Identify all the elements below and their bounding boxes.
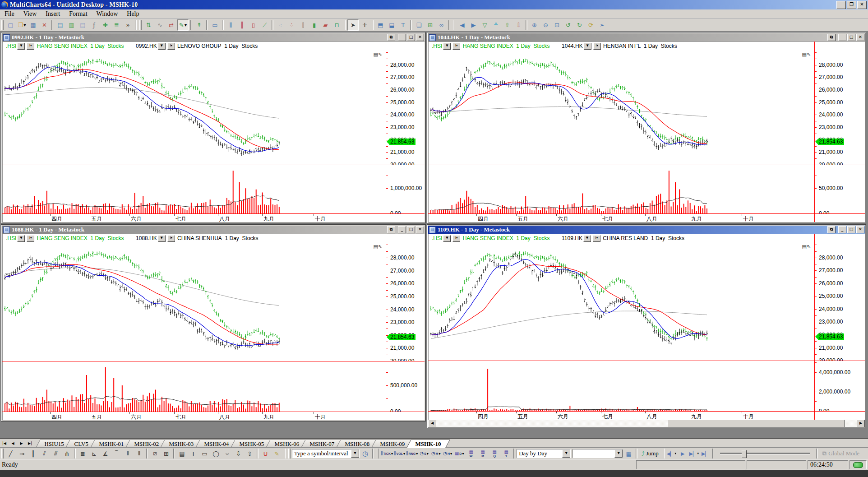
close-window-button[interactable]: ✕ [416, 34, 424, 41]
reset-chart-button[interactable]: ⟳ [586, 20, 596, 30]
chart-client-area[interactable]: .HSI▼I▾ HANG SENG INDEX 1 Day Stocks 104… [428, 42, 865, 222]
stock-series-symbol-dropdown[interactable]: ▼ [158, 43, 166, 50]
volume-pane-chart[interactable] [2, 362, 386, 412]
expand-bars-up-button[interactable]: ⇧ [502, 20, 512, 30]
style-line-button[interactable]: ⟋ [259, 20, 270, 30]
style-histogram-button[interactable]: ⫿ [298, 20, 308, 30]
insert-symbol-button[interactable]: ⇅ [143, 20, 154, 30]
insert-chart-window-button[interactable]: ▤ [55, 20, 65, 30]
jump-button[interactable]: ⤴Jump [639, 449, 661, 459]
scrollbar-track[interactable] [436, 420, 857, 427]
index-series-symbol-dropdown[interactable]: ▼ [443, 43, 451, 50]
playback-speed-slider[interactable] [720, 453, 810, 454]
resolution-hours-button[interactable]: ◔H▾ [442, 449, 453, 458]
chart-window-titlebar[interactable]: ▤1044.HK - 1 Day - Metastock⧉_□✕ [428, 33, 865, 42]
draw-gann-fan-button[interactable]: ∡ [100, 449, 111, 459]
price-pane-chart[interactable] [2, 243, 386, 361]
draw-hatch-button[interactable]: ⧄ [150, 449, 160, 459]
menu-format[interactable]: Format [65, 10, 92, 18]
draw-extended-line-button[interactable]: ⊸ [17, 449, 27, 459]
minimize-window-button[interactable]: _ [838, 34, 846, 41]
pointer-mode-button[interactable]: ➢ [597, 20, 607, 30]
draw-ellipse-button[interactable]: ◯ [211, 449, 221, 459]
symbol-interval-combobox[interactable]: Type a symbol/interval▼ [292, 449, 360, 458]
maximize-window-button[interactable]: □ [847, 226, 855, 233]
scrollbar-left-arrow[interactable]: ◀ [428, 420, 436, 427]
style-heikin-ashi-button[interactable]: ▰ [320, 20, 331, 30]
save-desktop-button[interactable]: ▦ [28, 20, 38, 30]
first-tab-button[interactable]: |◀ [0, 440, 8, 447]
cascade-windows-button[interactable]: ❏ [414, 20, 424, 30]
open-desktop-button[interactable]: ❐▼ [17, 20, 27, 30]
volume-pane-chart[interactable] [2, 166, 386, 213]
last-tab-button[interactable]: ▶| [26, 440, 34, 447]
insert-text-label-button[interactable]: T [398, 20, 408, 30]
menu-view[interactable]: View [19, 10, 41, 18]
style-equivolume-button[interactable]: ▮ [309, 20, 319, 30]
insert-study-button[interactable]: ✚ [100, 20, 111, 30]
drawing-tool-button[interactable]: ✎▼ [177, 19, 189, 31]
chart-client-area[interactable]: .HSI▼I▾ HANG SENG INDEX 1 Day Stocks 110… [428, 234, 865, 427]
data-window-icon[interactable]: ▤⇖ [372, 51, 382, 57]
maximize-window-button[interactable]: □ [407, 226, 415, 233]
price-pane-chart[interactable] [428, 243, 814, 361]
zoom-box-button[interactable]: ⊡ [552, 20, 562, 30]
draw-parallel-lines-button[interactable]: ⫽ [39, 449, 50, 459]
draw-channel-button[interactable]: ⫻ [51, 449, 61, 459]
draw-pitchfork-button[interactable]: ⋔ [62, 449, 72, 459]
workspace-tab-mshk-10[interactable]: MSHK-10 [406, 440, 450, 448]
date-axis[interactable]: 四月五月六月七月八月九月十月 [2, 214, 386, 222]
playback-speed-select[interactable]: ▼ [573, 449, 623, 458]
combobox-dropdown-icon[interactable]: ▼ [562, 449, 570, 458]
magnet-mode-button[interactable]: U [260, 449, 271, 459]
chart-client-area[interactable]: .HSI▼I▾ HANG SENG INDEX 1 Day Stocks 108… [2, 234, 425, 420]
draw-arc-button[interactable]: ⌣ [222, 449, 232, 459]
chart-client-area[interactable]: .HSI▼I▾ HANG SENG INDEX 1 Day Stocks 099… [2, 42, 425, 222]
chart-window-titlebar[interactable]: ▤0992.HK - 1 Day - Metastock⧉_□✕ [2, 33, 425, 42]
minimize-window-button[interactable]: _ [838, 226, 846, 233]
insert-curve-button[interactable]: ∿ [155, 20, 165, 30]
app-restore-button[interactable]: ❐ [847, 1, 856, 9]
data-window-icon[interactable]: ▤⇖ [801, 51, 811, 57]
chart-window-titlebar[interactable]: ▤1109.HK - 1 Day - Metastock⧉_□✕ [428, 226, 865, 234]
resolution-years-button[interactable]: ▦Y [501, 449, 512, 458]
style-candlestick-button[interactable]: ╫ [237, 20, 247, 30]
price-scale[interactable]: 28,000.0027,000.0026,000.0025,000.0024,0… [386, 42, 425, 222]
combobox-dropdown-icon[interactable]: ▼ [351, 449, 359, 458]
draw-fib-arc-button[interactable]: ⌒ [111, 449, 122, 459]
style-kagi-button[interactable]: ⊓ [332, 20, 342, 30]
index-series-symbol-dropdown[interactable]: ▼ [443, 235, 451, 242]
minimize-window-button[interactable]: _ [398, 226, 406, 233]
scroll-chart-right-button[interactable]: ▶ [468, 20, 479, 30]
chart-window-titlebar[interactable]: ▤1088.HK - 1 Day - Metastock⧉_□✕ [2, 226, 425, 234]
index-series-symbol-dropdown[interactable]: ▼ [17, 235, 25, 242]
close-window-button[interactable]: ✕ [856, 226, 864, 233]
scrollbar-thumb[interactable] [668, 420, 845, 427]
price-pane-chart[interactable] [2, 51, 386, 165]
stock-series-interval-dropdown[interactable]: I▾ [593, 43, 601, 50]
replace-symbol-button[interactable]: ⇄ [166, 20, 176, 30]
insert-scanner-window-button[interactable]: ▥ [66, 20, 77, 30]
draw-text-button[interactable]: T [188, 449, 199, 459]
resolution-days-button[interactable]: ▦D▾ [454, 449, 465, 458]
resolution-seconds-button[interactable]: ◔S▾ [419, 449, 429, 458]
index-series-interval-dropdown[interactable]: I▾ [27, 43, 34, 50]
playback-mode-select[interactable]: Day by Day▼ [517, 449, 571, 458]
price-pane-chart[interactable] [428, 51, 814, 165]
draw-fib-retracement-button[interactable]: ≣ [78, 449, 88, 459]
resolution-volume-button[interactable]: ⫼VOL▾ [394, 449, 405, 458]
stock-series-interval-dropdown[interactable]: I▾ [167, 235, 175, 242]
playback-step-back-button[interactable]: ◀▏▾ [666, 449, 677, 459]
scrollbar-right-arrow[interactable]: ▶ [857, 420, 865, 427]
tile-windows-button[interactable]: ⊞ [425, 20, 435, 30]
price-scale[interactable]: 28,000.0027,000.0026,000.0025,000.0024,0… [815, 42, 865, 222]
resolution-weeks-button[interactable]: ▦W [466, 449, 476, 458]
undo-zoom-button[interactable]: ↺ [563, 20, 573, 30]
draw-cycle-lines-button[interactable]: ⫴ [134, 449, 144, 459]
draw-arrow-up-button[interactable]: ⇧ [245, 449, 255, 459]
app-close-button[interactable]: ✕ [857, 1, 867, 9]
volume-pane-chart[interactable] [428, 166, 814, 213]
format-window-button[interactable]: ▭ [210, 20, 220, 30]
playback-speed-slider-thumb[interactable] [742, 450, 747, 458]
stock-series-symbol-dropdown[interactable]: ▼ [583, 235, 591, 242]
